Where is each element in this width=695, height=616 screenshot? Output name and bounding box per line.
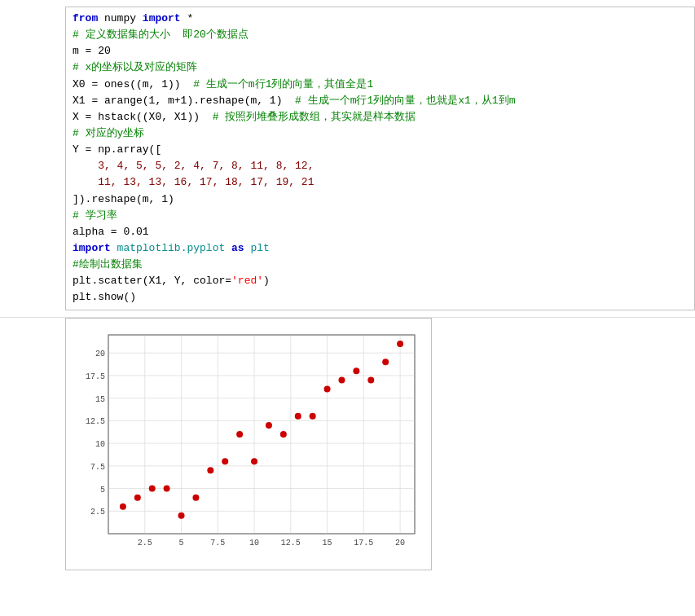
code-line: X0 = ones((m, 1)) # 生成一个m行1列的向量，其值全是1 <box>73 77 688 93</box>
data-point <box>149 485 156 491</box>
data-point <box>280 431 287 438</box>
svg-text:20: 20 <box>95 350 105 359</box>
data-point <box>236 431 243 438</box>
svg-text:5: 5 <box>179 539 184 548</box>
code-line: # 定义数据集的大小 即20个数据点 <box>73 27 688 43</box>
data-point <box>134 494 141 500</box>
data-point <box>178 512 185 518</box>
code-line: # 学习率 <box>73 208 688 224</box>
svg-text:17.5: 17.5 <box>86 372 105 381</box>
code-line: Y = np.array([ <box>73 142 688 158</box>
data-point <box>324 385 331 392</box>
code-line: m = 20 <box>73 43 688 59</box>
code-line: ]).reshape(m, 1) <box>73 191 688 208</box>
code-line: X = hstack((X0, X1)) # 按照列堆叠形成数组，其实就是样本数… <box>73 109 688 125</box>
svg-text:5: 5 <box>100 485 105 494</box>
data-point <box>266 421 272 428</box>
code-content[interactable]: from numpy import *# 定义数据集的大小 即20个数据点m =… <box>65 7 695 310</box>
code-line: # x的坐标以及对应的矩阵 <box>73 59 688 76</box>
data-point <box>207 467 213 473</box>
svg-text:20: 20 <box>395 539 405 548</box>
code-line: alpha = 0.01 <box>73 224 688 240</box>
data-point <box>192 494 199 500</box>
data-point <box>382 359 389 365</box>
svg-text:12.5: 12.5 <box>281 539 301 548</box>
svg-text:15: 15 <box>323 539 332 548</box>
data-point <box>310 412 316 419</box>
code-line: X1 = arange(1, m+1).reshape(m, 1) # 生成一个… <box>73 93 688 109</box>
svg-rect-0 <box>108 335 415 534</box>
code-line: 3, 4, 5, 5, 2, 4, 7, 8, 11, 8, 12, <box>73 158 688 174</box>
svg-text:10: 10 <box>249 539 259 548</box>
scatter-plot: 2.557.51012.51517.5202.557.51012.51517.5… <box>69 322 428 566</box>
code-line: plt.scatter(X1, Y, color='red') <box>73 273 688 289</box>
data-point <box>397 341 403 347</box>
svg-text:17.5: 17.5 <box>354 539 373 548</box>
data-point <box>367 376 374 383</box>
svg-text:7.5: 7.5 <box>90 462 105 471</box>
data-point <box>338 376 345 383</box>
code-line: # 对应的y坐标 <box>73 125 688 142</box>
data-point <box>353 367 359 374</box>
code-cell: from numpy import *# 定义数据集的大小 即20个数据点m =… <box>0 0 695 318</box>
data-point <box>120 503 126 509</box>
svg-text:10: 10 <box>95 440 105 449</box>
data-point <box>251 458 257 464</box>
code-line: #绘制出数据集 <box>73 257 688 273</box>
data-point <box>295 412 301 419</box>
svg-text:7.5: 7.5 <box>210 539 225 548</box>
output-area: 2.557.51012.51517.5202.557.51012.51517.5… <box>65 318 432 570</box>
data-point <box>164 485 170 491</box>
code-line: 11, 13, 13, 16, 17, 18, 17, 19, 21 <box>73 174 688 191</box>
cell-label <box>0 7 65 310</box>
svg-text:15: 15 <box>95 394 105 403</box>
code-line: from numpy import * <box>73 11 688 27</box>
svg-text:2.5: 2.5 <box>138 539 152 548</box>
code-line: plt.show() <box>73 289 688 306</box>
code-line: import matplotlib.pyplot as plt <box>73 240 688 257</box>
svg-text:12.5: 12.5 <box>86 417 105 426</box>
svg-text:2.5: 2.5 <box>90 508 105 517</box>
data-point <box>222 458 228 464</box>
